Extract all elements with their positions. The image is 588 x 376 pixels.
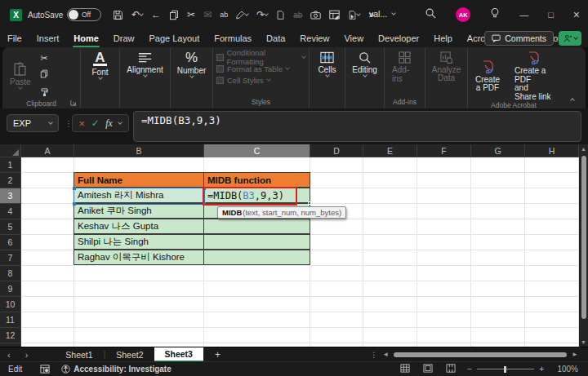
tab-home[interactable]: Home [66, 29, 106, 47]
copy-icon[interactable] [169, 10, 179, 20]
accessibility-status[interactable]: Accessibility: Investigate [61, 365, 172, 374]
cell-c5[interactable] [203, 219, 310, 234]
row-header-9[interactable]: 9 [0, 281, 20, 297]
scroll-down-icon[interactable]: ▼ [581, 339, 586, 345]
row-header-12[interactable]: 12 [0, 328, 20, 343]
cut-icon[interactable]: ✂ [187, 9, 195, 20]
page-layout-view-icon[interactable] [423, 364, 433, 374]
cells-area[interactable]: Full Name MIDB function Amitesh 라지 Mishr… [21, 157, 579, 347]
tab-file[interactable]: File [0, 29, 29, 47]
zoom-slider-thumb[interactable] [504, 366, 506, 373]
row-header-1[interactable]: 1 [0, 157, 20, 173]
tab-page-layout[interactable]: Page Layout [141, 29, 207, 47]
zoom-level[interactable]: 100% [555, 365, 578, 374]
column-header-c[interactable]: C [204, 144, 310, 157]
undo-button[interactable]: ↶ [131, 9, 143, 20]
horizontal-scrollbar[interactable]: ⋮ ◄ ► [370, 351, 588, 359]
prev-sheet-icon[interactable]: ‹ [0, 350, 18, 360]
row-header-4[interactable]: 4 [0, 204, 20, 219]
tab-formulas[interactable]: Formulas [207, 29, 259, 47]
tab-review[interactable]: Review [292, 29, 336, 47]
alignment-button[interactable]: Alignment [123, 51, 167, 77]
cells-button[interactable]: Cells [313, 51, 341, 77]
zoom-in-icon[interactable]: + [539, 365, 544, 374]
row-header-10[interactable]: 10 [0, 297, 20, 312]
zoom-out-icon[interactable]: − [467, 365, 472, 374]
format-painter-icon[interactable] [40, 85, 49, 100]
grip-dots-icon[interactable]: ⋮ [370, 351, 377, 359]
row-header-5[interactable]: 5 [0, 219, 20, 235]
table-tool-icon[interactable] [329, 10, 340, 20]
number-button[interactable]: % Number [174, 51, 209, 77]
scroll-up-icon[interactable]: ▲ [581, 146, 586, 152]
column-header-f[interactable]: F [417, 144, 471, 157]
back-icon[interactable]: ← [151, 9, 161, 20]
tab-view[interactable]: View [336, 29, 371, 47]
comments-button[interactable]: Comments [484, 31, 554, 46]
new-file-icon[interactable] [276, 10, 285, 20]
sheet-tab-sheet1[interactable]: Sheet1 [55, 347, 103, 362]
insert-function-icon[interactable]: fx [105, 117, 113, 130]
zoom-slider[interactable] [477, 369, 534, 369]
row-header-8[interactable]: 8 [0, 266, 20, 281]
export-button[interactable] [348, 10, 360, 20]
column-header-a[interactable]: A [21, 144, 74, 157]
cut-icon[interactable]: ✂ [40, 53, 47, 64]
scroll-left-icon[interactable]: ◄ [382, 351, 389, 358]
row-header-3[interactable]: 3 [0, 188, 20, 204]
document-title[interactable]: val... [369, 9, 395, 19]
row-header-7[interactable]: 7 [0, 250, 20, 266]
cell-c7[interactable] [203, 250, 310, 265]
cell-b7[interactable]: Raghav 이목구비 Kishore [74, 250, 204, 265]
minimize-button[interactable]: — [519, 10, 528, 20]
vertical-scroll-thumb[interactable] [581, 156, 586, 319]
cell-b6[interactable]: Shilpi 나는 Singh [74, 234, 204, 250]
camera-icon[interactable] [310, 11, 321, 20]
row-header-11[interactable]: 11 [0, 312, 20, 328]
cell-c6[interactable] [203, 234, 310, 250]
sheet-tab-sheet3[interactable]: Sheet3 [154, 347, 203, 362]
page-break-view-icon[interactable] [446, 364, 456, 374]
create-pdf-button[interactable]: Create a PDF [471, 60, 504, 92]
excel-logo-icon[interactable]: X [10, 9, 22, 21]
horizontal-scroll-thumb[interactable] [394, 352, 567, 357]
cell-b4[interactable]: Aniket 쿠마 Singh [74, 203, 204, 219]
save-icon[interactable] [113, 10, 123, 20]
share-button[interactable] [559, 31, 581, 46]
cancel-entry-icon[interactable]: × [79, 117, 86, 130]
ink-pen-button[interactable] [236, 10, 248, 20]
macro-record-icon[interactable] [40, 365, 50, 374]
cell-b2[interactable]: Full Name [74, 172, 204, 188]
editing-button[interactable]: Editing [349, 51, 381, 77]
close-button[interactable]: × [573, 8, 580, 21]
tab-insert[interactable]: Insert [29, 29, 67, 47]
select-all-corner[interactable] [0, 144, 21, 157]
tab-help[interactable]: Help [426, 29, 460, 47]
cell-b5[interactable]: Keshav 나스 Gupta [74, 219, 204, 234]
next-sheet-icon[interactable]: › [18, 350, 36, 360]
dialog-launcher-icon[interactable] [70, 100, 77, 108]
scroll-right-icon[interactable]: ► [572, 351, 578, 358]
column-header-e[interactable]: E [363, 144, 417, 157]
add-sheet-button[interactable]: + [203, 349, 232, 361]
collapse-ribbon-button[interactable] [571, 91, 574, 105]
tab-data[interactable]: Data [259, 29, 292, 47]
autosave-toggle[interactable]: Off [67, 8, 101, 21]
search-icon[interactable] [425, 7, 436, 22]
lightbulb-icon[interactable] [490, 7, 500, 22]
formula-input[interactable]: =MIDB(B3,9,3) [133, 111, 581, 142]
normal-view-icon[interactable] [400, 364, 410, 374]
tab-developer[interactable]: Developer [371, 29, 426, 47]
user-avatar[interactable]: AK [456, 7, 470, 22]
cell-b3[interactable]: Amitesh 라지 Mishra [74, 188, 204, 203]
vertical-scrollbar[interactable]: ▲ ▼ [580, 144, 588, 347]
row-header-2[interactable]: 2 [0, 173, 20, 188]
font-button[interactable]: A Font [84, 51, 116, 79]
column-header-g[interactable]: G [471, 144, 525, 157]
name-box[interactable]: EXP [7, 114, 59, 132]
sheet-tab-sheet2[interactable]: Sheet2 [105, 347, 154, 362]
translate-icon[interactable]: ab [220, 11, 228, 19]
cell-c2[interactable]: MIDB function [203, 172, 310, 188]
copy-icon[interactable] [40, 67, 48, 82]
enter-entry-icon[interactable]: ✓ [91, 117, 100, 129]
